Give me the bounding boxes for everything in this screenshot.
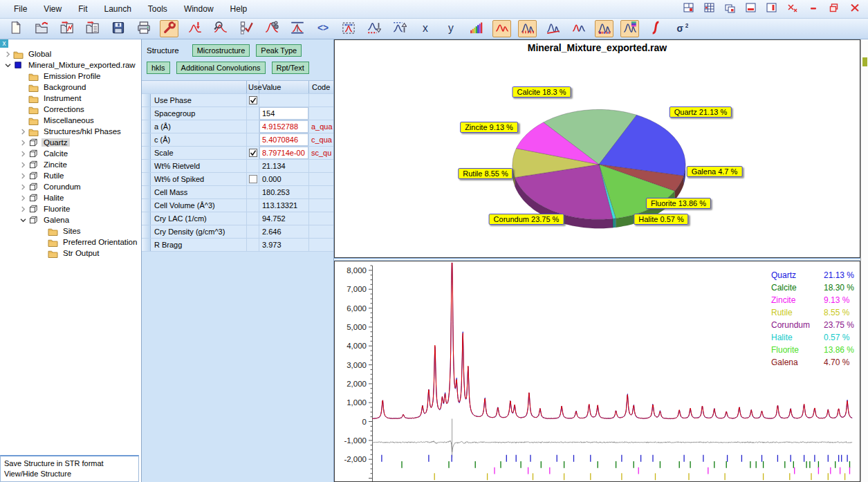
tree-item-fluorite[interactable]: Fluorite	[0, 203, 141, 214]
view-structure-button[interactable]	[262, 20, 281, 37]
chevron-collapsed-icon[interactable]	[19, 195, 28, 201]
window-cascade-button[interactable]	[724, 3, 737, 15]
tree-item-str-output[interactable]: Str Output	[0, 248, 141, 259]
pie-label-halite[interactable]: Halite 0.57 %	[634, 214, 688, 225]
chevron-collapsed-icon[interactable]	[19, 162, 28, 168]
tree-item-background[interactable]: Background	[0, 82, 141, 93]
shift-pattern-up-button[interactable]	[390, 20, 409, 37]
pie-label-fluorite[interactable]: Fluorite 13.86 %	[646, 198, 711, 209]
row-selector[interactable]	[142, 212, 151, 225]
tree-item-halite[interactable]: Halite	[0, 192, 141, 203]
restore-window-button[interactable]	[828, 3, 840, 15]
pie-label-zincite[interactable]: Zincite 9.13 %	[460, 122, 518, 133]
tree-item-miscellaneous[interactable]: Miscellaneous	[0, 115, 141, 126]
import-text-file-button[interactable]	[83, 20, 102, 37]
show-all-scans-button[interactable]	[467, 20, 486, 37]
pie-label-corundum[interactable]: Corundum 23.75 %	[489, 214, 564, 225]
tree-item-corrections[interactable]: Corrections	[0, 104, 141, 115]
row-selector[interactable]	[142, 107, 151, 120]
microstructure-button[interactable]: Microstructure	[192, 44, 250, 57]
tree-item-preferred-orientation[interactable]: Preferred Orientation	[0, 237, 141, 248]
tree-item-emission-profile[interactable]: Emission Profile	[0, 71, 141, 82]
chevron-collapsed-icon[interactable]	[3, 51, 12, 57]
peak-search-button[interactable]	[211, 20, 230, 37]
save-file-button[interactable]	[109, 20, 127, 37]
show-cumulative-button[interactable]	[646, 20, 665, 37]
close-window-button[interactable]	[849, 3, 861, 15]
diffraction-pattern-panel[interactable]: 8,0007,0006,0005,0004,0003,0002,0001,000…	[334, 261, 860, 482]
param-value[interactable]: 5.4070846	[259, 133, 309, 146]
use-checkbox-cell[interactable]	[247, 147, 259, 159]
param-value[interactable]: 4.9152788	[259, 120, 309, 133]
show-calculated-button[interactable]	[492, 20, 511, 37]
close-panel-button[interactable]: x	[0, 39, 8, 48]
checkbox-checked[interactable]	[249, 149, 257, 157]
row-selector[interactable]	[142, 120, 151, 133]
window-thumbnail-pane-button[interactable]	[683, 3, 695, 15]
row-selector[interactable]	[142, 225, 151, 238]
show-difference-button[interactable]	[518, 20, 537, 37]
window-tile-vertical-button[interactable]	[766, 3, 778, 15]
menu-fit[interactable]: Fit	[70, 2, 95, 16]
window-grid-button[interactable]	[703, 3, 716, 15]
menu-file[interactable]: File	[6, 2, 35, 16]
chevron-expanded-icon[interactable]	[3, 63, 12, 68]
fit-settings-button[interactable]	[160, 20, 178, 37]
pie-chart-panel[interactable]: Mineral_Mixture_exported.raw Calcite 18.…	[334, 39, 860, 258]
use-checkbox-cell[interactable]	[247, 173, 259, 185]
pie-label-calcite[interactable]: Calcite 18.3 %	[513, 86, 571, 98]
show-observed-button[interactable]	[569, 20, 588, 37]
delete-scan-button[interactable]	[786, 3, 799, 15]
tree-item-global[interactable]: Global	[0, 48, 141, 59]
row-selector[interactable]	[142, 199, 151, 212]
show-sigma-button[interactable]: σ2	[672, 20, 690, 37]
row-selector[interactable]	[142, 173, 151, 185]
text-editor-button[interactable]: <>	[313, 20, 332, 37]
refinement-options-button[interactable]	[237, 20, 255, 37]
row-selector[interactable]	[142, 160, 151, 172]
tree-item-corundum[interactable]: Corundum	[0, 181, 141, 192]
menu-help[interactable]: Help	[222, 2, 256, 16]
new-document-button[interactable]	[6, 20, 25, 37]
hkls-button[interactable]: hkls	[147, 62, 170, 74]
show-tick-marks-button[interactable]	[595, 20, 613, 37]
row-selector[interactable]	[142, 147, 151, 159]
tree-item-structures-hkl-phases[interactable]: Structures/hkl Phases	[0, 126, 141, 137]
tree-item-sites[interactable]: Sites	[0, 225, 141, 237]
chevron-collapsed-icon[interactable]	[19, 173, 28, 179]
scrollbar[interactable]	[860, 39, 868, 482]
tree-item-rutile[interactable]: Rutile	[0, 170, 141, 181]
chevron-collapsed-icon[interactable]	[19, 140, 28, 146]
open-file-button[interactable]	[32, 20, 50, 37]
param-value[interactable]: 8.79714e-00	[259, 147, 309, 159]
menu-window[interactable]: Window	[176, 2, 222, 16]
row-selector[interactable]	[142, 94, 151, 106]
menu-tools[interactable]: Tools	[140, 2, 176, 16]
tree-item-zincite[interactable]: Zincite	[0, 159, 141, 170]
tree-item-galena[interactable]: Galena	[0, 214, 141, 225]
shift-pattern-down-button[interactable]	[364, 20, 383, 37]
import-scan-file-button[interactable]	[57, 20, 76, 37]
zoom-to-fit-button[interactable]	[339, 20, 358, 37]
scrollbar-marker[interactable]	[862, 57, 867, 66]
peak-type-button[interactable]: Peak Type	[256, 44, 302, 57]
chevron-collapsed-icon[interactable]	[19, 206, 28, 212]
row-selector[interactable]	[142, 186, 151, 198]
show-phase-colors-button[interactable]	[620, 20, 639, 37]
row-selector[interactable]	[142, 239, 151, 251]
checkbox-checked[interactable]	[249, 96, 257, 104]
row-selector[interactable]	[142, 133, 151, 146]
chevron-expanded-icon[interactable]	[19, 218, 28, 223]
pie-label-rutile[interactable]: Rutile 8.55 %	[458, 168, 513, 179]
peak-range-button[interactable]	[288, 20, 306, 37]
menu-view[interactable]: View	[35, 2, 70, 16]
use-checkbox-cell[interactable]	[247, 94, 259, 106]
tree-item-instrument[interactable]: Instrument	[0, 93, 141, 104]
checkbox-unchecked[interactable]	[249, 175, 257, 183]
rpt-text-button[interactable]: Rpt/Text	[272, 62, 309, 74]
pie-label-galena[interactable]: Galena 4.7 %	[687, 166, 743, 177]
additional-convolutions-button[interactable]: Additional Convolutions	[176, 62, 266, 74]
window-tile-horizontal-button[interactable]	[745, 3, 757, 15]
print-button[interactable]	[134, 20, 153, 37]
tree-item-mineral-mixture-exported-raw[interactable]: Mineral_Mixture_exported.raw	[0, 59, 141, 71]
